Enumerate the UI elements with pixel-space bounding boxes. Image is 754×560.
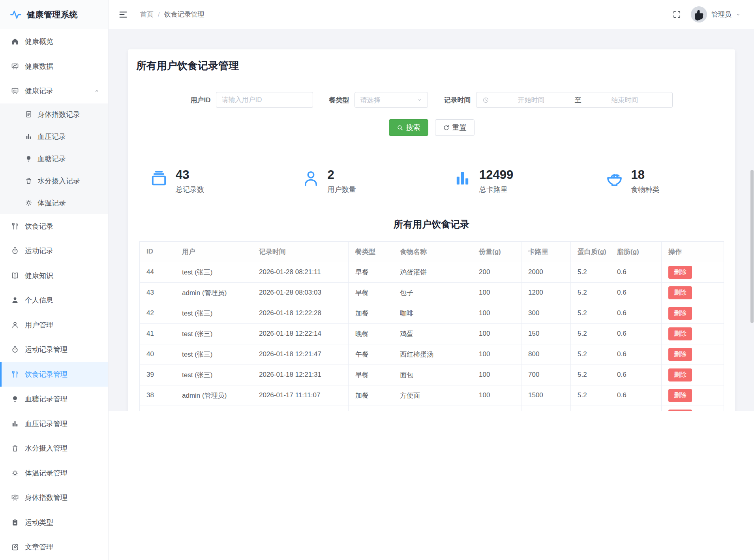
bar-chart-icon [11,420,19,428]
column-header: 用户 [175,241,252,262]
sidebar-item[interactable]: 血压记录管理 [0,412,108,436]
top-header: 首页 / 饮食记录管理 管理员 [109,0,754,29]
refresh-icon [443,124,450,131]
sidebar-item[interactable]: 健康概览 [0,29,108,54]
sidebar-item[interactable]: 运动类型 [0,510,108,535]
sidebar-item[interactable]: 用户管理 [0,313,108,338]
cell-time: 2026-01-18 12:21:47 [252,344,349,365]
cell-protein: 5.2 [571,385,610,406]
collection-icon [150,169,168,188]
delete-button[interactable]: 删除 [668,327,692,340]
sidebar-item[interactable]: 饮食记录 [0,214,108,239]
fullscreen-icon[interactable] [672,10,681,19]
sidebar-item[interactable]: 运动记录 [0,239,108,263]
delete-button[interactable]: 删除 [668,389,692,402]
sidebar-item-label: 健康概览 [25,37,53,46]
stat-value: 43 [176,168,204,182]
cell-meal: 早餐 [349,365,393,385]
sidebar-item[interactable]: 个人信息 [0,288,108,313]
sidebar-item-label: 血糖记录管理 [25,394,68,404]
sidebar-subitem[interactable]: 体温记录 [0,192,108,214]
cell-fat: 0.6 [610,406,662,411]
cell-fat: 0.6 [610,282,662,303]
sidebar-item-label: 运动记录 [25,246,53,256]
sidebar-subitem[interactable]: 水分摄入记录 [0,170,108,192]
delete-button[interactable]: 删除 [668,307,692,320]
cell-amount: 100 [472,303,521,323]
cell-fat: 0.6 [610,262,662,282]
cup-icon [11,444,19,452]
cell-time: 2026-01-18 12:21:31 [252,365,349,385]
stat-label: 食物种类 [631,185,660,194]
filter-bar: 用户ID 餐类型 请选择 记录时间 开始时间 至 结束时间 [128,92,735,108]
page-scrollbar-thumb[interactable] [750,170,754,323]
sidebar-item[interactable]: 水分摄入管理 [0,436,108,461]
cell-protein: 5.2 [571,282,610,303]
meal-type-select[interactable]: 请选择 [354,92,428,108]
sidebar-item[interactable]: 健康数据 [0,54,108,79]
sidebar-item[interactable]: 健康记录 [0,79,108,103]
cell-food: 鸡蛋 [393,323,472,344]
avatar[interactable] [691,6,707,23]
content-area: 所有用户饮食记录管理 用户ID 餐类型 请选择 记录时间 开始时间 至 结束时间 [109,29,754,411]
stopwatch-icon [11,346,19,353]
cell-calories: 800 [521,344,571,365]
breadcrumb-home[interactable]: 首页 [140,10,154,19]
user-filled-icon [11,296,19,304]
stat-card: 18 食物种类 [583,168,735,194]
start-time-placeholder: 开始时间 [490,96,573,105]
sidebar-item[interactable]: 运动记录管理 [0,337,108,362]
reset-button[interactable]: 重置 [435,119,475,136]
user-id-input[interactable] [216,92,313,108]
column-header: 份量(g) [472,241,521,262]
header-right: 管理员 [672,6,741,23]
sidebar-item[interactable]: 文章管理 [0,535,108,560]
sun-icon [11,469,19,477]
sidebar-item-label: 运动类型 [25,518,53,527]
date-range-picker[interactable]: 开始时间 至 结束时间 [476,92,673,108]
cell-id: 43 [140,282,175,303]
cell-time: 2026-01-18 12:22:14 [252,323,349,344]
fold-icon[interactable] [118,10,128,19]
sidebar-subitem[interactable]: 血糖记录 [0,148,108,170]
cell-user: test (张三) [175,365,252,385]
sidebar-subitem-label: 水分摄入记录 [38,176,80,186]
book-icon [11,272,19,280]
delete-button[interactable]: 删除 [668,348,692,361]
sidebar-subitem-label: 血压记录 [38,132,66,141]
user-name[interactable]: 管理员 [711,10,731,19]
sidebar-item[interactable]: 饮食记录管理 [0,362,108,387]
cell-food: 米饭 [393,406,472,411]
delete-button[interactable]: 删除 [668,286,692,299]
cell-amount: 100 [472,344,521,365]
sidebar-item-label: 运动记录管理 [25,345,68,354]
cell-amount: 100 [472,323,521,344]
avatar-person-icon [691,6,707,23]
chevron-down-icon[interactable] [735,11,741,18]
stat-label: 总记录数 [176,185,204,194]
sidebar-item[interactable]: 体温记录管理 [0,461,108,486]
home-icon [11,38,19,45]
sidebar-subitem[interactable]: 血压记录 [0,126,108,148]
cell-calories: 2000 [521,262,571,282]
record-time-label: 记录时间 [444,96,471,105]
delete-button[interactable]: 删除 [668,266,692,279]
bulb-icon [11,395,19,403]
sidebar-subitem[interactable]: 身体指数记录 [0,103,108,126]
sidebar-item-label: 水分摄入管理 [25,443,68,453]
stat-label: 总卡路里 [479,185,513,194]
sidebar-item[interactable]: 血糖记录管理 [0,387,108,412]
chevron-up-icon [94,88,100,94]
reset-button-label: 重置 [452,123,467,132]
end-time-placeholder: 结束时间 [583,96,667,105]
bar-chart-icon [453,169,472,188]
delete-button[interactable]: 删除 [668,368,692,381]
sidebar-item[interactable]: 身体指数管理 [0,485,108,510]
table-row: 39 test (张三) 2026-01-18 12:21:31 早餐 面包 1… [140,365,724,385]
table-row: 40 test (张三) 2026-01-18 12:21:47 午餐 西红柿蛋… [140,344,724,365]
breadcrumb-current: 饮食记录管理 [164,10,204,19]
sidebar-item[interactable]: 健康知识 [0,263,108,288]
search-button[interactable]: 搜索 [389,119,428,136]
delete-button[interactable]: 删除 [668,410,692,411]
breadcrumb-separator: / [158,11,160,19]
